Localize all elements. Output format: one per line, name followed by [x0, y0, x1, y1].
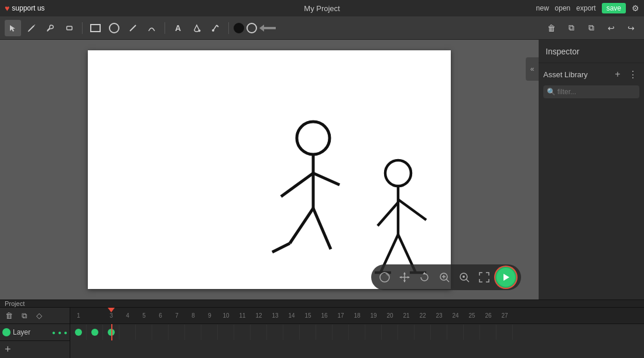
svg-marker-40 — [503, 274, 509, 281]
frame-cell-5[interactable] — [136, 325, 152, 340]
frame-number-21: 21 — [398, 312, 415, 319]
support-button[interactable]: ♥ support us — [5, 4, 44, 13]
frame-cell-16[interactable] — [316, 325, 333, 340]
frame-cell-13[interactable] — [267, 325, 283, 340]
play-button[interactable] — [495, 267, 516, 288]
timeline-header: Project — [0, 300, 644, 308]
drawing-canvas[interactable] — [88, 50, 451, 289]
frame-cell-6[interactable] — [152, 325, 169, 340]
collapse-inspector-button[interactable]: « — [526, 57, 539, 81]
frame-cell-23[interactable] — [431, 325, 447, 340]
eyedropper-tool-button[interactable] — [207, 20, 224, 36]
copy-button[interactable]: ⧉ — [563, 20, 580, 36]
inspector-title: Inspector — [546, 47, 580, 56]
inspector-header: Inspector — [539, 40, 644, 63]
frame-cell-24[interactable] — [447, 325, 464, 340]
zoom-fit-button[interactable] — [455, 268, 473, 286]
delete-layer-button[interactable]: 🗑 — [2, 309, 15, 322]
frame-cell-3[interactable] — [103, 325, 119, 340]
settings-button[interactable]: ⚙ — [632, 4, 639, 13]
line-tool-button[interactable] — [125, 20, 141, 36]
frame-cell-25[interactable] — [464, 325, 480, 340]
svg-marker-30 — [399, 276, 402, 278]
frame-number-18: 18 — [349, 312, 365, 319]
asset-filter-wrap: 🔍 — [543, 85, 639, 98]
brush-tool-button[interactable] — [42, 20, 59, 36]
add-layer-button[interactable]: + — [2, 342, 13, 357]
layer-name-label: Layer — [13, 328, 49, 336]
redo-button[interactable]: ↪ — [623, 20, 639, 36]
timeline-body: 🗑 ⧉ ◇ Layer ● ● ● + 13456789101112131415… — [0, 308, 644, 358]
eraser-tool-button[interactable] — [61, 20, 77, 36]
svg-point-5 — [198, 29, 201, 32]
svg-point-17 — [385, 160, 411, 186]
layer-visibility-toggle[interactable] — [2, 328, 11, 336]
frame-cell-18[interactable] — [349, 325, 365, 340]
curve-tool-button[interactable] — [143, 20, 160, 36]
open-button[interactable]: open — [555, 4, 571, 12]
new-button[interactable]: new — [536, 4, 549, 12]
frame-cell-2[interactable] — [87, 325, 103, 340]
frame-number-12: 12 — [251, 312, 267, 319]
fill-color-swatch[interactable] — [234, 23, 244, 33]
frame-cell-27[interactable] — [496, 325, 513, 340]
asset-menu-button[interactable]: ⋮ — [626, 68, 639, 81]
frame-cell-10[interactable] — [218, 325, 234, 340]
svg-line-15 — [313, 208, 331, 249]
delete-button[interactable]: 🗑 — [543, 20, 560, 36]
pencil-tool-button[interactable] — [23, 20, 40, 36]
frame-cell-4[interactable] — [119, 325, 136, 340]
frame-cell-9[interactable] — [201, 325, 218, 340]
playback-bar — [371, 264, 521, 290]
frame-cell-11[interactable] — [234, 325, 251, 340]
frame-cell-8[interactable] — [185, 325, 201, 340]
layer-color-dot-2: ● — [58, 329, 61, 336]
frame-cell-19[interactable] — [365, 325, 382, 340]
loop-button[interactable] — [416, 268, 433, 286]
frame-cell-26[interactable] — [480, 325, 496, 340]
frame-cell-12[interactable] — [251, 325, 267, 340]
onion-skin-button[interactable] — [376, 268, 393, 286]
undo-button[interactable]: ↩ — [603, 20, 619, 36]
svg-point-10 — [297, 122, 330, 154]
frame-cell-14[interactable] — [283, 325, 300, 340]
asset-library: Asset Library + ⋮ 🔍 — [539, 63, 644, 103]
svg-line-16 — [272, 243, 290, 252]
text-tool-button[interactable]: A — [170, 20, 186, 36]
asset-library-actions: + ⋮ — [611, 68, 639, 81]
export-button[interactable]: export — [576, 4, 595, 12]
frames-area: 1345678910111213141516171819202122232425… — [70, 308, 644, 358]
frame-cell-15[interactable] — [300, 325, 316, 340]
frame-cell-22[interactable] — [415, 325, 431, 340]
frame-cell-20[interactable] — [382, 325, 398, 340]
add-asset-button[interactable]: + — [611, 68, 624, 81]
frame-cell-17[interactable] — [333, 325, 349, 340]
duplicate-layer-button[interactable]: ⧉ — [18, 309, 30, 322]
select-tool-button[interactable] — [5, 20, 21, 36]
frame-cell-1[interactable] — [70, 325, 87, 340]
svg-line-34 — [447, 280, 450, 283]
circle-tool-button[interactable] — [106, 20, 122, 36]
asset-filter-input[interactable] — [543, 85, 639, 98]
fill-tool-button[interactable] — [189, 20, 205, 36]
layer-toolbar: 🗑 ⧉ ◇ — [0, 308, 70, 324]
zoom-in-button[interactable] — [436, 268, 453, 286]
svg-line-20 — [398, 199, 426, 220]
save-button[interactable]: save — [602, 3, 626, 13]
rect-tool-button[interactable] — [87, 20, 104, 36]
frame-cell-7[interactable] — [169, 325, 185, 340]
paste-button[interactable]: ⧉ — [583, 20, 600, 36]
frame-numbers: 1345678910111213141516171819202122232425… — [70, 308, 644, 324]
main-area: « — [0, 40, 644, 300]
layer-options-button[interactable]: ◇ — [33, 309, 46, 322]
svg-point-8 — [212, 29, 214, 32]
frame-number-11: 11 — [234, 312, 251, 319]
color-selector-arrow[interactable] — [259, 22, 277, 34]
fullscreen-button[interactable] — [475, 268, 493, 286]
stroke-color-swatch[interactable] — [246, 23, 257, 33]
pan-button[interactable] — [396, 268, 413, 286]
frame-number-16: 16 — [316, 312, 333, 319]
frame-number-26: 26 — [480, 312, 496, 319]
svg-marker-29 — [403, 280, 406, 283]
frame-cell-21[interactable] — [398, 325, 415, 340]
